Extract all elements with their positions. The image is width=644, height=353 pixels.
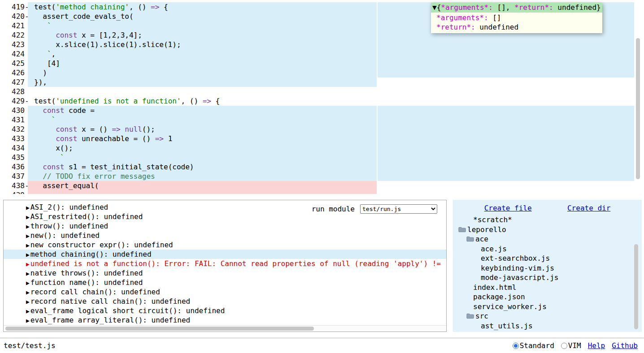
expand-triangle-icon[interactable]: ▶: [26, 204, 30, 211]
expand-triangle-icon[interactable]: ▶: [26, 298, 30, 305]
line-number[interactable]: 430: [0, 106, 28, 115]
line-number[interactable]: 428: [0, 87, 28, 96]
expand-triangle-icon[interactable]: ▶: [26, 308, 30, 314]
test-result-row[interactable]: ▶function name(): undefined: [4, 278, 446, 287]
test-result-row[interactable]: ▶throw(): undefined: [4, 221, 446, 231]
radio-standard-icon[interactable]: [513, 343, 519, 349]
expand-triangle-icon[interactable]: ▶: [26, 270, 30, 277]
test-result-row[interactable]: ▶new constructor expr(): undefined: [4, 240, 446, 250]
line-number[interactable]: 420-: [0, 12, 28, 21]
results-horizontal-scrollbar[interactable]: [4, 325, 446, 331]
line-number[interactable]: 435: [0, 153, 28, 162]
code-line[interactable]: const s1 = test_initial_state(code): [28, 162, 634, 172]
expand-triangle-icon[interactable]: ▶: [26, 214, 30, 220]
file-tree-item[interactable]: mode-javascript.js: [453, 273, 642, 283]
editor-vertical-scrollbar[interactable]: [636, 38, 640, 179]
code-line[interactable]: ): [28, 68, 634, 77]
code-line[interactable]: const code =: [28, 106, 634, 115]
expand-triangle-icon[interactable]: ▶: [26, 223, 30, 230]
code-line[interactable]: [4]: [28, 59, 634, 68]
line-number[interactable]: 438-: [0, 181, 28, 190]
code-token: test(: [34, 3, 56, 11]
expand-triangle-icon[interactable]: ▶: [26, 289, 30, 296]
fold-icon[interactable]: -: [25, 12, 28, 21]
file-tree-item[interactable]: service_worker.js: [453, 302, 642, 312]
value-inspector-tooltip[interactable]: ▼{*arguments*: [], *return*: undefined} …: [431, 3, 602, 33]
file-tree-item[interactable]: leporello: [453, 225, 642, 235]
line-number[interactable]: 431: [0, 115, 28, 125]
code-line[interactable]: }),: [28, 77, 634, 87]
code-line[interactable]: `: [28, 153, 634, 162]
file-tree-item[interactable]: keybinding-vim.js: [453, 263, 642, 273]
line-number[interactable]: 434: [0, 143, 28, 153]
code-line[interactable]: [28, 87, 634, 96]
file-tree-item[interactable]: index.html: [453, 283, 642, 293]
help-link[interactable]: Help: [588, 341, 605, 350]
line-number[interactable]: 432: [0, 125, 28, 134]
files-vertical-scrollbar[interactable]: [634, 244, 638, 329]
line-number[interactable]: 426: [0, 68, 28, 77]
fold-icon[interactable]: -: [25, 2, 28, 12]
code-token: [34, 31, 56, 39]
code-line[interactable]: const unreachable = () => 1: [28, 134, 634, 143]
line-number[interactable]: 424: [0, 49, 28, 59]
file-name: package.json: [473, 292, 525, 302]
expand-triangle-icon[interactable]: ▶: [26, 251, 30, 258]
test-result-row[interactable]: ▶record native call chain(): undefined: [4, 297, 446, 306]
code-line[interactable]: // TODO fix error messages: [28, 172, 634, 181]
code-line[interactable]: assert_equal(: [28, 181, 634, 190]
line-number[interactable]: 422: [0, 30, 28, 40]
code-token: x = (): [77, 125, 112, 133]
file-tree-item[interactable]: package.json: [453, 292, 642, 302]
code-line[interactable]: test('undefined is not a function', () =…: [28, 96, 634, 106]
file-tree-item[interactable]: *scratch*: [453, 215, 642, 225]
expand-triangle-icon[interactable]: ▶: [26, 261, 30, 267]
code-line[interactable]: const x = () => null();: [28, 125, 634, 134]
keybinding-vim-radio[interactable]: VIM: [561, 341, 581, 350]
expand-triangle-icon[interactable]: ▶: [26, 242, 30, 249]
fold-icon[interactable]: -: [25, 181, 28, 190]
keybinding-standard-radio[interactable]: Standard: [513, 341, 554, 350]
tooltip-summary[interactable]: ▼{*arguments*: [], *return*: undefined}: [431, 3, 602, 13]
file-tree-item[interactable]: ast_utils.js: [453, 321, 642, 331]
code-line[interactable]: [28, 190, 634, 194]
test-result-row[interactable]: ▶new(): undefined: [4, 231, 446, 240]
test-result-row[interactable]: ▶eval_frame array_literal(): undefined: [4, 315, 446, 325]
line-number[interactable]: 419-: [0, 2, 28, 12]
github-link[interactable]: Github: [612, 341, 638, 350]
expand-triangle-icon[interactable]: ▶: [26, 317, 30, 324]
line-number[interactable]: 436: [0, 162, 28, 172]
radio-vim-icon[interactable]: [561, 343, 567, 349]
test-result-row[interactable]: ▶method chaining(): undefined: [4, 250, 446, 259]
code-token: =>: [112, 125, 120, 133]
code-token: `: [34, 50, 52, 58]
create-dir-link[interactable]: Create dir: [567, 204, 610, 212]
line-number[interactable]: 439: [0, 190, 28, 194]
file-tree-item[interactable]: ext-searchbox.js: [453, 254, 642, 263]
line-number[interactable]: 437: [0, 172, 28, 181]
test-result-row[interactable]: ▶undefined is not a function(): Error: F…: [4, 259, 446, 268]
code-line[interactable]: `: [28, 115, 634, 125]
code-token: =>: [155, 134, 164, 143]
expand-triangle-icon[interactable]: ▶: [26, 232, 30, 239]
line-number[interactable]: 421: [0, 21, 28, 30]
file-tree-item[interactable]: ace: [453, 234, 642, 244]
code-line[interactable]: x();: [28, 143, 634, 153]
code-line[interactable]: x.slice(1).slice(1).slice(1);: [28, 40, 634, 49]
line-number[interactable]: 427: [0, 77, 28, 87]
create-file-link[interactable]: Create file: [484, 204, 532, 212]
fold-icon[interactable]: -: [25, 96, 28, 106]
expand-triangle-icon[interactable]: ▶: [26, 280, 30, 286]
test-result-row[interactable]: ▶record call chain(): undefined: [4, 287, 446, 297]
line-number[interactable]: 425: [0, 59, 28, 68]
file-tree-item[interactable]: ace.js: [453, 244, 642, 254]
results-scrollbar-thumb[interactable]: [5, 327, 314, 331]
test-result-row[interactable]: ▶native throws(): undefined: [4, 268, 446, 278]
line-number[interactable]: 433: [0, 134, 28, 143]
code-line[interactable]: `,: [28, 49, 634, 59]
module-select[interactable]: test/run.js: [360, 204, 437, 214]
file-tree-item[interactable]: src: [453, 311, 642, 321]
line-number[interactable]: 423: [0, 40, 28, 49]
test-result-row[interactable]: ▶eval_frame logical short circuit(): und…: [4, 306, 446, 315]
line-number[interactable]: 429-: [0, 96, 28, 106]
